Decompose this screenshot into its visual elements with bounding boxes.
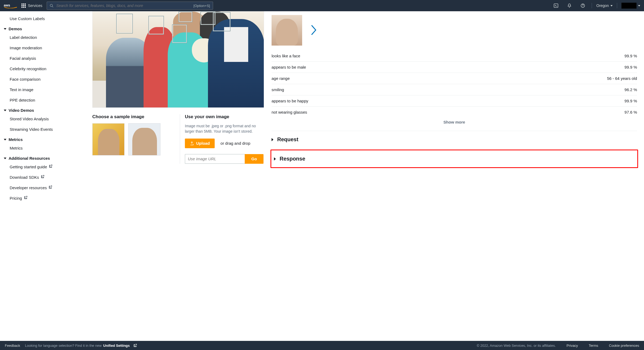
sidebar-item-download-sdks[interactable]: Download SDKs (4, 172, 83, 183)
attribute-row: looks like a face99.9 % (272, 50, 637, 62)
sidebar-item-image-moderation[interactable]: Image moderation (4, 43, 83, 53)
response-expander[interactable]: Response (270, 150, 638, 168)
sidebar-item-face-comparison[interactable]: Face comparison (4, 74, 83, 84)
sidebar-item-stored-video-analysis[interactable]: Stored Video Analysis (4, 114, 83, 124)
account-menu[interactable] (621, 3, 640, 9)
sidebar-item-text-in-image[interactable]: Text in image (4, 84, 83, 95)
sample-image-1[interactable] (92, 123, 125, 155)
top-nav: aws Services [Option+S] Oregon (0, 0, 644, 11)
sidebar-item-developer-resources[interactable]: Developer resources (4, 183, 83, 193)
analyzed-image-preview (92, 11, 264, 108)
face-bounding-box (178, 12, 192, 22)
attribute-value: 99.9 % (624, 54, 637, 58)
results-panel: looks like a face99.9 %appears to be mal… (264, 11, 641, 333)
chevron-down-icon (4, 158, 6, 159)
attribute-label: not wearing glasses (272, 110, 307, 114)
attribute-value: 97.6 % (624, 110, 637, 114)
svg-line-2 (52, 6, 53, 7)
global-search[interactable]: [Option+S] (47, 2, 213, 10)
face-bounding-box (148, 16, 164, 35)
image-url-input[interactable] (185, 154, 245, 164)
region-label: Oregon (596, 3, 609, 8)
caret-down-icon (638, 5, 640, 6)
svg-point-1 (50, 4, 53, 6)
sidebar: Use Custom Labels Demos Label detection … (0, 11, 86, 341)
separator (617, 3, 617, 8)
attribute-value: 99.9 % (624, 65, 637, 69)
attribute-row: smiling96.2 % (272, 84, 637, 95)
svg-point-5 (583, 6, 583, 7)
sample-image-section: Choose a sample image (92, 114, 180, 164)
external-link-icon (41, 175, 45, 179)
upload-icon (190, 141, 194, 146)
attribute-label: age range (272, 76, 290, 81)
sidebar-item-metrics[interactable]: Metrics (4, 143, 83, 153)
attribute-row: age range56 - 64 years old (272, 73, 637, 84)
detected-face-thumbnail (272, 15, 302, 46)
drag-drop-label: or drag and drop (221, 141, 250, 146)
show-more-button[interactable]: Show more (272, 118, 637, 131)
next-face-button[interactable] (310, 24, 318, 37)
svg-text:aws: aws (4, 3, 10, 7)
search-input[interactable] (56, 3, 191, 8)
caret-down-icon (610, 5, 613, 6)
sample-image-2[interactable] (128, 123, 160, 155)
apps-grid-icon (21, 3, 26, 8)
sidebar-item-celebrity-recognition[interactable]: Celebrity recognition (4, 64, 83, 74)
attribute-label: appears to be male (272, 65, 306, 69)
face-attributes-list: looks like a face99.9 %appears to be mal… (272, 50, 637, 118)
attribute-row: appears to be male99.9 % (272, 62, 637, 73)
account-name-redacted (621, 3, 636, 9)
attribute-value: 99.9 % (624, 99, 637, 103)
sidebar-item-label-detection[interactable]: Label detection (4, 32, 83, 43)
region-selector[interactable]: Oregon (596, 3, 613, 8)
cloudshell-icon[interactable] (551, 1, 561, 10)
services-label: Services (28, 3, 42, 8)
sidebar-item-getting-started[interactable]: Getting started guide (4, 162, 83, 172)
attribute-value: 56 - 64 years old (607, 76, 637, 81)
go-button[interactable]: Go (245, 154, 264, 164)
chevron-right-icon (274, 157, 276, 161)
external-link-icon (49, 164, 53, 168)
use-own-heading: Use your own image (185, 114, 264, 120)
sidebar-item-pricing[interactable]: Pricing (4, 193, 83, 203)
help-icon[interactable] (578, 1, 587, 10)
sidebar-item-use-custom-labels[interactable]: Use Custom Labels (4, 13, 83, 24)
search-shortcut-hint: [Option+S] (193, 4, 210, 8)
main-content: Choose a sample image Use your own image… (86, 11, 644, 341)
sidebar-item-facial-analysis[interactable]: Facial analysis (4, 53, 83, 64)
external-link-icon (24, 196, 28, 200)
image-panel: Choose a sample image Use your own image… (86, 11, 264, 333)
separator (592, 3, 592, 8)
face-bounding-box (172, 24, 187, 43)
use-own-help-text: Image must be .jpeg or .png format and n… (185, 123, 264, 134)
chevron-down-icon (4, 139, 6, 140)
external-link-icon (48, 185, 52, 189)
face-bounding-box (213, 12, 230, 31)
aws-logo[interactable]: aws (4, 3, 17, 8)
upload-button[interactable]: Upload (185, 139, 215, 148)
request-expander[interactable]: Request (272, 131, 637, 148)
page-body: Use Custom Labels Demos Label detection … (0, 11, 644, 341)
image-source-row: Choose a sample image Use your own image… (92, 114, 264, 164)
face-bounding-box (116, 14, 133, 33)
attribute-label: looks like a face (272, 54, 300, 58)
choose-sample-heading: Choose a sample image (92, 114, 180, 120)
services-button[interactable]: Services (21, 3, 42, 8)
search-icon (50, 4, 54, 8)
sidebar-item-streaming-video-events[interactable]: Streaming Video Events (4, 124, 83, 135)
chevron-right-icon (272, 138, 273, 141)
sidebar-section-demos[interactable]: Demos (4, 24, 83, 32)
own-image-section: Use your own image Image must be .jpeg o… (180, 114, 264, 164)
chevron-down-icon (4, 28, 6, 30)
sidebar-item-ppe-detection[interactable]: PPE detection (4, 95, 83, 105)
attribute-label: smiling (272, 87, 284, 92)
attribute-value: 96.2 % (624, 87, 637, 92)
notifications-icon[interactable] (565, 1, 574, 10)
chevron-down-icon (4, 110, 6, 111)
sidebar-section-metrics[interactable]: Metrics (4, 135, 83, 143)
sidebar-section-video-demos[interactable]: Video Demos (4, 105, 83, 114)
attribute-label: appears to be happy (272, 99, 308, 103)
attribute-row: not wearing glasses97.6 % (272, 107, 637, 118)
sidebar-section-additional-resources[interactable]: Additional Resources (4, 153, 83, 162)
